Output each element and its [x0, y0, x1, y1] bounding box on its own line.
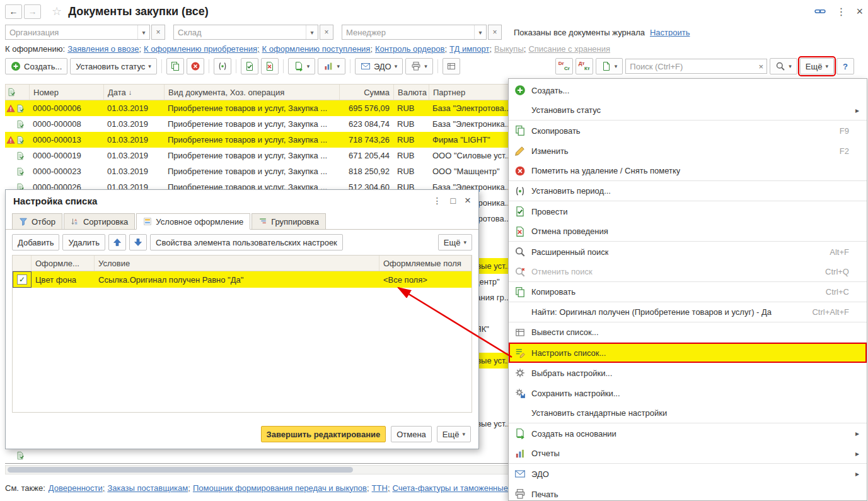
organization-clear-button[interactable] [151, 25, 165, 40]
menu-item[interactable]: Установить период... [509, 181, 867, 201]
set-status-button[interactable]: Установить статус [70, 58, 157, 74]
search-box[interactable] [625, 59, 767, 74]
see-also-link[interactable]: Заказы поставщикам [107, 483, 190, 493]
formatting-rule-row[interactable]: Цвет фона Ссылка.Оригинал получен Равно … [13, 271, 472, 288]
checkbox-checked-icon[interactable] [17, 274, 27, 285]
column-format[interactable]: Оформле... [32, 256, 95, 271]
forward-button[interactable] [24, 4, 41, 19]
see-also-link[interactable]: Доверенности [49, 483, 105, 493]
rule-checkbox-cell[interactable] [13, 271, 32, 288]
document-movements-button[interactable] [596, 58, 623, 74]
output-list-button[interactable] [443, 58, 460, 74]
column-number[interactable]: Номер [30, 85, 104, 100]
menu-item[interactable]: Пометить на удаление / Снять пометку [509, 161, 867, 181]
menu-item[interactable]: Изменить F2 [509, 141, 867, 161]
mark-deletion-button[interactable] [187, 58, 204, 74]
close-window-icon[interactable] [856, 5, 863, 18]
quick-link[interactable]: Заявления о ввозе [67, 44, 141, 54]
configure-journal-link[interactable]: Настроить [650, 28, 690, 37]
column-fields[interactable]: Оформляемые поля [379, 256, 472, 271]
move-up-button[interactable] [108, 234, 126, 250]
search-input[interactable] [626, 62, 755, 71]
help-button[interactable]: ? [836, 58, 854, 74]
see-also-link[interactable]: Помощник формирования передач и выкупов [193, 483, 369, 493]
menu-item[interactable]: Найти: Оригинал получен (Приобретение то… [509, 302, 867, 322]
dialog-more-icon[interactable] [433, 196, 442, 206]
search-clear-icon[interactable] [755, 62, 767, 71]
menu-item[interactable]: Отмена проведения [509, 221, 867, 242]
quick-link[interactable]: К оформлению поступления [262, 44, 373, 54]
organization-filter[interactable] [5, 25, 150, 40]
reports-button[interactable] [318, 58, 345, 74]
menu-item[interactable]: Установить статус [509, 100, 867, 121]
dialog-footer-more-button[interactable]: Ещё [437, 426, 471, 442]
menu-item[interactable]: Провести [509, 201, 867, 221]
copy-document-button[interactable] [166, 58, 184, 74]
quick-link[interactable]: Контроль ордеров [375, 44, 447, 54]
quick-link[interactable]: ТД импорт [449, 44, 492, 54]
manager-filter[interactable] [342, 25, 487, 40]
warehouse-filter[interactable] [173, 25, 318, 40]
chevron-down-icon[interactable] [137, 25, 149, 39]
dialog-tab[interactable]: Отбор [12, 213, 62, 230]
post-button[interactable] [241, 58, 258, 74]
see-also-link[interactable]: Счета-фактуры и таможенные д... [393, 483, 522, 493]
finish-editing-button[interactable]: Завершить редактирование [261, 426, 386, 442]
dialog-more-button[interactable]: Ещё [438, 234, 472, 250]
drcr-latin-button[interactable]: DrCr [555, 58, 573, 74]
see-also-link[interactable]: ТТН [372, 483, 390, 493]
menu-item[interactable]: Расширенный поиск Alt+F [509, 242, 867, 262]
column-doc-type[interactable]: Вид документа, Хоз. операция [165, 85, 340, 100]
scrollbar-thumb[interactable] [8, 467, 353, 473]
menu-item[interactable]: Установить стандартные настройки [509, 403, 867, 423]
print-button[interactable] [405, 58, 433, 74]
menu-item[interactable]: Настроить список... [509, 343, 867, 363]
window-more-icon[interactable] [836, 6, 846, 18]
quick-link[interactable]: Выкупы [494, 44, 526, 54]
cancel-button[interactable]: Отмена [391, 426, 432, 442]
get-link-icon[interactable] [814, 6, 826, 17]
dialog-maximize-icon[interactable] [451, 196, 456, 206]
advanced-search-button[interactable] [770, 58, 797, 74]
dialog-tab[interactable]: Условное оформление [136, 213, 250, 230]
menu-item[interactable]: Копировать Ctrl+C [509, 282, 867, 302]
organization-input[interactable] [6, 28, 137, 37]
menu-item[interactable]: Сохранить настройки... [509, 383, 867, 403]
menu-item[interactable]: ЭДО [509, 464, 867, 484]
set-period-button[interactable] [214, 58, 231, 74]
menu-item[interactable]: Отменить поиск Ctrl+Q [509, 262, 867, 282]
chevron-down-icon[interactable] [474, 25, 486, 39]
menu-item[interactable]: Создать на основании [509, 423, 867, 444]
undo-post-button[interactable] [261, 58, 279, 74]
menu-item[interactable]: Скопировать F9 [509, 121, 867, 141]
quick-link[interactable]: Списание с хранения [528, 44, 610, 54]
warehouse-input[interactable] [174, 28, 306, 37]
menu-item[interactable]: Печать [509, 484, 867, 501]
manager-input[interactable] [342, 28, 474, 37]
add-button[interactable]: Добавить [12, 234, 59, 250]
column-sum[interactable]: Сумма [340, 85, 394, 100]
menu-item[interactable]: Создать... [509, 80, 867, 100]
dialog-tab[interactable]: Группировка [252, 213, 326, 230]
dialog-close-icon[interactable] [465, 194, 471, 207]
user-settings-properties-button[interactable]: Свойства элемента пользовательских настр… [150, 234, 343, 250]
column-currency[interactable]: Валюта [394, 85, 429, 100]
more-button[interactable]: Ещё [800, 58, 834, 74]
column-date[interactable]: Дата [104, 85, 165, 100]
favorite-star-icon[interactable] [52, 4, 62, 18]
move-down-button[interactable] [129, 234, 147, 250]
create-based-on-button[interactable] [288, 58, 316, 74]
edo-button[interactable]: ЭДО [355, 58, 403, 74]
remove-button[interactable]: Удалить [62, 234, 105, 250]
dialog-tab[interactable]: Сортировка [64, 213, 135, 230]
dtkt-button[interactable]: ДтКт [576, 58, 593, 74]
menu-item[interactable]: Выбрать настройки... [509, 363, 867, 383]
warehouse-clear-button[interactable] [320, 25, 333, 40]
menu-item[interactable]: Отчеты [509, 444, 867, 464]
create-button[interactable]: Создать... [5, 58, 67, 74]
back-button[interactable] [5, 4, 22, 19]
column-condition[interactable]: Условие [95, 256, 379, 271]
manager-clear-button[interactable] [488, 25, 502, 40]
chevron-down-icon[interactable] [306, 25, 318, 39]
menu-item[interactable]: Вывести список... [509, 322, 867, 343]
